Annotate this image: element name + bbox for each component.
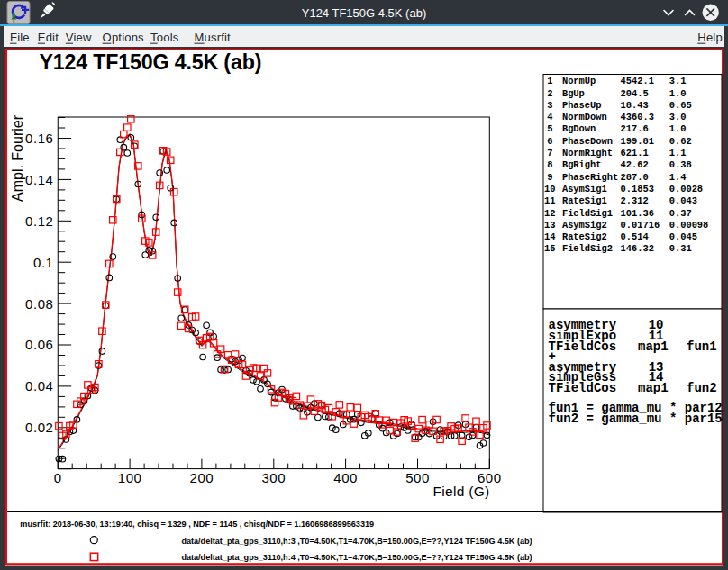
svg-text:0.514: 0.514 — [621, 231, 649, 242]
svg-text:0.1853: 0.1853 — [621, 184, 654, 195]
svg-text:3.1: 3.1 — [669, 76, 687, 86]
svg-text:PhaseDown: PhaseDown — [562, 136, 613, 147]
svg-text:0.12: 0.12 — [25, 213, 53, 229]
svg-text:0.06: 0.06 — [25, 337, 53, 352]
svg-text:10: 10 — [544, 184, 555, 195]
svg-text:BgRight: BgRight — [562, 159, 602, 170]
svg-text:9: 9 — [547, 172, 552, 183]
svg-text:BgUp: BgUp — [562, 88, 585, 99]
svg-text:RateSig2: RateSig2 — [562, 231, 607, 242]
svg-text:204.5: 204.5 — [621, 88, 649, 99]
svg-text:fun1: fun1 — [687, 339, 717, 354]
svg-text:100: 100 — [118, 470, 142, 485]
svg-text:Options: Options — [103, 31, 145, 44]
svg-text:0.38: 0.38 — [669, 159, 692, 170]
svg-text:Musrfit: Musrfit — [195, 31, 232, 44]
svg-text:0.62: 0.62 — [669, 136, 692, 147]
svg-text:1.1: 1.1 — [669, 148, 687, 158]
svg-text:FieldSig1: FieldSig1 — [562, 208, 613, 219]
svg-text:12: 12 — [544, 208, 555, 219]
svg-text:NormDown: NormDown — [562, 112, 607, 122]
svg-text:map1: map1 — [638, 339, 669, 354]
svg-text:0.37: 0.37 — [669, 208, 692, 219]
svg-text:data/deltat_pta_gps_3110,h:3 ,: data/deltat_pta_gps_3110,h:3 ,T0=4.50K,T… — [181, 537, 532, 546]
svg-text:42.62: 42.62 — [621, 159, 649, 170]
svg-text:217.6: 217.6 — [621, 123, 649, 134]
svg-text:Ampl. Fourier: Ampl. Fourier — [10, 114, 25, 202]
svg-text:7: 7 — [547, 148, 552, 158]
svg-text:NormUp: NormUp — [562, 76, 596, 86]
svg-text:Edit: Edit — [38, 31, 59, 44]
svg-text:Tools: Tools — [150, 31, 179, 44]
svg-text:101.36: 101.36 — [621, 208, 654, 219]
svg-text:13: 13 — [544, 220, 555, 231]
svg-text:0.0028: 0.0028 — [669, 184, 703, 195]
svg-text:4: 4 — [547, 112, 552, 122]
svg-text:1.0: 1.0 — [669, 123, 687, 134]
svg-text:Help: Help — [697, 31, 723, 44]
svg-text:musrfit: 2018-06-30, 13:19:40,: musrfit: 2018-06-30, 13:19:40, chisq = 1… — [20, 520, 374, 529]
svg-text:map1: map1 — [638, 381, 669, 395]
svg-text:0: 0 — [54, 470, 62, 485]
svg-text:AsymSig2: AsymSig2 — [562, 220, 607, 231]
svg-text:0.02: 0.02 — [25, 420, 53, 435]
svg-text:BgDown: BgDown — [562, 123, 596, 134]
svg-text:fun2 = gamma_mu * par15: fun2 = gamma_mu * par15 — [549, 412, 723, 426]
svg-text:AsymSig1: AsymSig1 — [562, 184, 607, 195]
svg-text:Y124 TF150G 4.5K (ab): Y124 TF150G 4.5K (ab) — [39, 50, 261, 74]
svg-text:0.08: 0.08 — [25, 296, 53, 312]
svg-text:Y124 TF150G 4.5K (ab): Y124 TF150G 4.5K (ab) — [302, 6, 427, 20]
svg-text:data/deltat_pta_gps_3110,h:4 ,: data/deltat_pta_gps_3110,h:4 ,T0=4.50K,T… — [181, 553, 532, 562]
svg-text:0.00098: 0.00098 — [669, 220, 709, 231]
svg-text:0.01716: 0.01716 — [621, 220, 660, 231]
svg-text:4360.3: 4360.3 — [621, 112, 654, 122]
svg-text:18.43: 18.43 — [621, 100, 649, 111]
svg-text:1: 1 — [547, 76, 552, 86]
svg-text:3.0: 3.0 — [669, 112, 687, 122]
svg-text:NormRight: NormRight — [562, 148, 613, 158]
svg-text:0.1: 0.1 — [33, 255, 54, 270]
svg-text:199.81: 199.81 — [621, 136, 654, 147]
svg-text:0.14: 0.14 — [25, 172, 53, 187]
svg-text:TFieldCos: TFieldCos — [549, 381, 617, 395]
svg-text:146.32: 146.32 — [621, 243, 654, 254]
svg-text:6: 6 — [547, 136, 552, 147]
svg-text:14: 14 — [544, 231, 555, 242]
svg-text:5: 5 — [547, 123, 552, 134]
svg-text:FieldSig2: FieldSig2 — [562, 243, 613, 254]
svg-text:0.04: 0.04 — [25, 378, 53, 394]
svg-text:11: 11 — [544, 195, 555, 206]
svg-text:287.0: 287.0 — [621, 172, 649, 183]
svg-text:1.4: 1.4 — [669, 172, 687, 183]
svg-text:0.043: 0.043 — [669, 195, 697, 206]
svg-text:fun2: fun2 — [687, 381, 717, 395]
svg-text:File: File — [10, 31, 30, 44]
svg-text:200: 200 — [190, 470, 214, 485]
svg-text:PhaseRight: PhaseRight — [562, 172, 618, 183]
svg-text:15: 15 — [544, 243, 555, 254]
svg-text:8: 8 — [547, 159, 552, 170]
svg-text:View: View — [66, 31, 92, 44]
svg-text:0.045: 0.045 — [669, 231, 697, 242]
svg-text:400: 400 — [333, 470, 358, 485]
svg-text:3: 3 — [547, 100, 552, 111]
svg-text:Field (G): Field (G) — [433, 484, 490, 499]
svg-text:RateSig1: RateSig1 — [562, 195, 607, 206]
svg-text:0.31: 0.31 — [669, 243, 692, 254]
svg-text:0.65: 0.65 — [669, 100, 692, 111]
svg-text:2: 2 — [547, 88, 552, 99]
svg-text:PhaseUp: PhaseUp — [562, 100, 602, 111]
svg-text:0.16: 0.16 — [25, 131, 53, 146]
svg-text:4542.1: 4542.1 — [621, 76, 654, 86]
svg-text:500: 500 — [405, 470, 430, 485]
svg-text:621.1: 621.1 — [621, 148, 649, 158]
svg-text:300: 300 — [261, 470, 286, 485]
svg-text:2.312: 2.312 — [621, 195, 649, 206]
svg-text:TFieldCos: TFieldCos — [549, 339, 617, 354]
svg-text:1.0: 1.0 — [669, 88, 687, 99]
